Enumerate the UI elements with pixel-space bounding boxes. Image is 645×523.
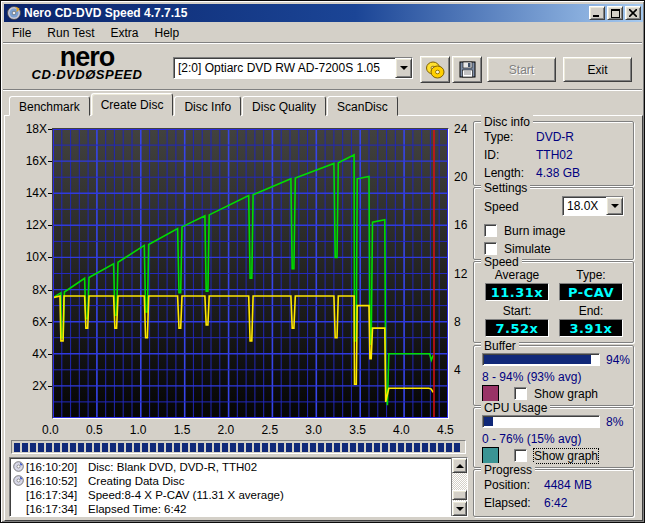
cpu-percent: 8% <box>606 415 623 429</box>
progress-block <box>422 443 428 452</box>
log-lines: [16:10:20]Disc: Blank DVD, DVD-R, TTH02[… <box>10 458 451 516</box>
x-axis-tick: 4.0 <box>393 423 410 437</box>
menu-item-run-test[interactable]: Run Test <box>39 24 102 42</box>
progress-block <box>214 443 220 452</box>
speed-label: Speed <box>484 200 519 214</box>
end-label: End: <box>556 304 626 318</box>
x-axis-tick: 2.0 <box>218 423 235 437</box>
disc-glyph: Ø <box>85 67 96 82</box>
progress-block <box>374 443 380 452</box>
scroll-down-button[interactable] <box>452 501 467 516</box>
drive-select-dropdown-button[interactable] <box>395 58 412 78</box>
average-speed-display: 11.31x <box>485 283 549 301</box>
end-speed-display: 3.91x <box>559 319 623 337</box>
x-axis-tick: 0.0 <box>42 423 59 437</box>
elapsed-value: 6:42 <box>544 496 567 510</box>
y-axis-right-tick: 16 <box>454 218 467 232</box>
burn-image-checkbox[interactable] <box>484 224 497 237</box>
menu-item-help[interactable]: Help <box>147 24 188 42</box>
progress-block <box>270 443 276 452</box>
disc-info-group: Disc info Type: DVD-R ID: TTH02 Length: … <box>473 121 634 186</box>
burn-disc-icon <box>425 61 445 79</box>
menu-item-extra[interactable]: Extra <box>102 24 146 42</box>
create-disc-button[interactable] <box>420 56 450 83</box>
window-title: Nero CD-DVD Speed 4.7.7.15 <box>24 6 587 20</box>
axis-tick <box>48 290 52 291</box>
maximize-button[interactable] <box>607 6 623 20</box>
axis-tick <box>48 354 52 355</box>
progress-block <box>206 443 212 452</box>
scrollbar-track[interactable] <box>452 473 467 501</box>
separator <box>3 89 642 91</box>
app-icon <box>7 6 21 20</box>
simulate-checkbox[interactable] <box>484 242 497 255</box>
tab-disc-info[interactable]: Disc Info <box>174 96 241 116</box>
axis-tick <box>48 225 52 226</box>
log-scrollbar[interactable] <box>451 458 467 516</box>
progress-block <box>294 443 300 452</box>
elapsed-label: Elapsed: <box>484 496 531 510</box>
save-button[interactable] <box>452 56 482 83</box>
buffer-show-graph-label: Show graph <box>534 387 598 401</box>
close-button[interactable] <box>625 6 641 20</box>
type-label: Type: <box>556 268 626 282</box>
progress-block <box>166 443 172 452</box>
log-entry: [16:10:20]Disc: Blank DVD, DVD-R, TTH02 <box>13 460 450 474</box>
progress-block <box>110 443 116 452</box>
progress-block <box>102 443 108 452</box>
progress-block <box>454 443 460 452</box>
cpu-show-graph-checkbox[interactable] <box>514 449 527 462</box>
progress-block <box>446 443 452 452</box>
progress-block <box>334 443 340 452</box>
progress-block <box>22 443 28 452</box>
cpu-usage-title: CPU Usage <box>481 401 550 415</box>
disc-event-icon <box>13 461 26 474</box>
progress-block <box>310 443 316 452</box>
drive-select[interactable]: [2:0] Optiarc DVD RW AD-7200S 1.05 <box>173 57 413 79</box>
position-label: Position: <box>484 478 530 492</box>
progress-block <box>246 443 252 452</box>
log-text: Elapsed Time: 6:42 <box>88 503 186 515</box>
axis-tick <box>48 129 52 130</box>
x-axis-tick: 2.5 <box>261 423 278 437</box>
scrollbar-thumb[interactable] <box>452 490 467 500</box>
start-button[interactable]: Start <box>487 57 556 82</box>
x-axis-tick: 0.5 <box>86 423 103 437</box>
minimize-button[interactable] <box>589 6 605 20</box>
exit-button[interactable]: Exit <box>563 57 632 82</box>
disc-info-title: Disc info <box>481 115 533 129</box>
arrow-down-icon <box>456 507 464 511</box>
speed-select[interactable]: 18.0X <box>562 196 624 216</box>
progress-block <box>230 443 236 452</box>
x-axis-tick: 4.5 <box>437 423 454 437</box>
tab-scandisc[interactable]: ScanDisc <box>327 96 398 116</box>
axis-tick <box>48 257 52 258</box>
menu-item-file[interactable]: File <box>4 24 39 42</box>
log-entry: [16:10:52]Creating Data Disc <box>13 474 450 488</box>
speed-select-dropdown-button[interactable] <box>606 197 623 215</box>
y-axis-right-tick: 12 <box>454 267 467 281</box>
y-axis-left-tick: 18X <box>17 122 47 136</box>
log-timestamp: [16:17:34] <box>26 489 88 501</box>
progress-block <box>118 443 124 452</box>
progress-block <box>326 443 332 452</box>
cpu-graph-color-swatch <box>482 447 499 464</box>
progress-block <box>350 443 356 452</box>
progress-block <box>238 443 244 452</box>
buffer-group: Buffer 94% 8 - 94% (93% avg) Show graph <box>473 345 634 406</box>
disc-length-value: 4.38 GB <box>536 166 580 180</box>
disc-length-label: Length: <box>484 166 524 180</box>
progress-block <box>158 443 164 452</box>
arrow-up-icon <box>456 464 464 468</box>
tab-create-disc[interactable]: Create Disc <box>91 93 174 116</box>
progress-block <box>302 443 308 452</box>
x-axis-tick: 3.0 <box>305 423 322 437</box>
progress-block <box>70 443 76 452</box>
scroll-up-button[interactable] <box>452 458 467 473</box>
tab-benchmark[interactable]: Benchmark <box>9 96 90 116</box>
buffer-show-graph-checkbox[interactable] <box>514 387 527 400</box>
progress-block <box>254 443 260 452</box>
progress-block <box>398 443 404 452</box>
y-axis-right-tick: 20 <box>454 170 467 184</box>
tab-disc-quality[interactable]: Disc Quality <box>242 96 326 116</box>
